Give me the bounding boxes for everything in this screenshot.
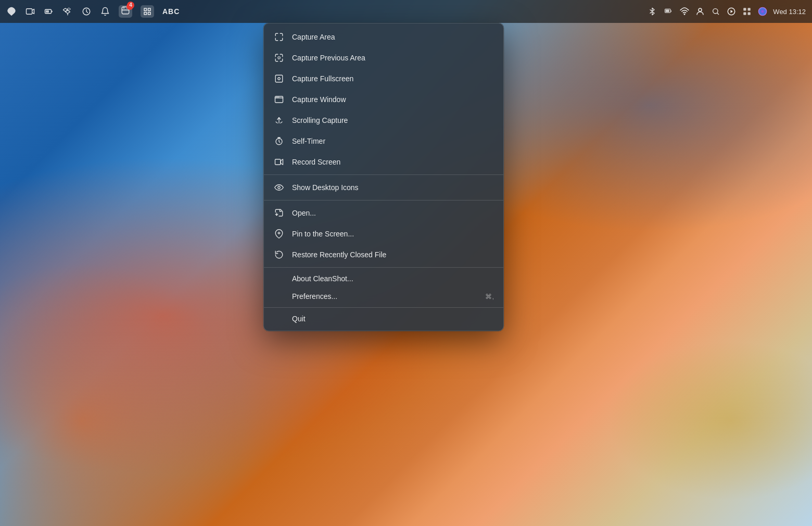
menubar-left: 4 ABC [6, 5, 180, 18]
eye-icon [273, 182, 285, 193]
menu-item-capture-window-label: Capture Window [292, 95, 494, 104]
menu-item-capture-window[interactable]: Capture Window [264, 89, 503, 110]
menu-item-preferences-label: Preferences... [292, 292, 478, 300]
siri-icon[interactable] [757, 5, 768, 18]
cleanshot-dropdown-menu: Capture Area Capture Previous Area Captu… [263, 23, 504, 331]
fox-logo-icon[interactable] [6, 5, 17, 18]
svg-point-24 [278, 186, 281, 189]
svg-point-19 [276, 97, 277, 98]
svg-rect-14 [748, 12, 751, 15]
menu-item-open[interactable]: Open... [264, 203, 503, 223]
restore-icon [273, 249, 285, 260]
screentime-icon[interactable] [81, 5, 92, 18]
cleanshot-active-icon[interactable]: 4 [119, 5, 132, 18]
separator-4 [264, 307, 503, 308]
svg-point-17 [278, 78, 281, 80]
menu-item-capture-area[interactable]: Capture Area [264, 27, 503, 47]
svg-point-15 [758, 7, 767, 16]
menu-item-show-desktop-icons[interactable]: Show Desktop Icons [264, 177, 503, 198]
wifi-icon[interactable] [679, 5, 690, 18]
svg-rect-0 [27, 9, 32, 15]
svg-rect-4 [122, 7, 129, 14]
svg-point-7 [684, 14, 686, 15]
datetime-display: Wed 13:12 [773, 5, 806, 18]
control-center-icon[interactable] [742, 5, 752, 18]
spotlight-icon[interactable] [710, 5, 721, 18]
menu-item-self-timer-label: Self-Timer [292, 137, 494, 145]
battery-app-icon[interactable] [44, 5, 54, 18]
battery-status-icon[interactable] [663, 5, 674, 18]
menubar: 4 ABC [0, 0, 812, 23]
capture-fullscreen-icon [273, 73, 285, 84]
menu-item-record-screen-label: Record Screen [292, 158, 494, 166]
menu-item-quit[interactable]: Quit [264, 310, 503, 328]
dropbox-icon[interactable] [62, 5, 73, 18]
menu-item-record-screen[interactable]: Record Screen [264, 152, 503, 172]
menu-item-capture-fullscreen[interactable]: Capture Fullscreen [264, 68, 503, 89]
menu-item-self-timer[interactable]: Self-Timer [264, 131, 503, 152]
menu-item-capture-previous-label: Capture Previous Area [292, 54, 494, 62]
menu-item-about[interactable]: About CleanShot... [264, 270, 503, 287]
capture-previous-icon [273, 52, 285, 64]
separator-1 [264, 174, 503, 175]
menu-item-pin-screen[interactable]: Pin to the Screen... [264, 223, 503, 244]
menu-item-capture-previous[interactable]: Capture Previous Area [264, 47, 503, 68]
menu-item-open-label: Open... [292, 209, 494, 217]
notification-badge: 4 [126, 3, 133, 10]
menu-item-restore[interactable]: Restore Recently Closed File [264, 244, 503, 265]
datetime-text: Wed 13:12 [773, 8, 806, 16]
open-icon [273, 207, 285, 219]
menu-item-about-label: About CleanShot... [292, 274, 494, 283]
record-screen-icon [273, 156, 285, 168]
svg-rect-2 [46, 10, 49, 13]
capture-area-icon [273, 31, 285, 43]
menu-item-quit-label: Quit [292, 315, 494, 323]
user-icon[interactable] [695, 5, 705, 18]
svg-rect-12 [748, 8, 751, 10]
menu-item-capture-area-label: Capture Area [292, 33, 494, 41]
separator-3 [264, 267, 503, 268]
facetime-icon[interactable] [25, 5, 35, 18]
svg-point-20 [277, 97, 278, 98]
svg-rect-6 [666, 10, 669, 12]
menu-item-pin-label: Pin to the Screen... [292, 230, 494, 238]
svg-rect-23 [275, 159, 281, 165]
svg-point-21 [278, 97, 280, 98]
notification-icon[interactable] [100, 5, 110, 18]
capture-window-icon [273, 94, 285, 105]
self-timer-icon [273, 135, 285, 147]
menu-item-scrolling-capture[interactable]: Scrolling Capture [264, 110, 503, 131]
media-play-icon[interactable] [726, 5, 737, 18]
menu-item-restore-label: Restore Recently Closed File [292, 251, 494, 259]
menu-item-preferences[interactable]: Preferences... ⌘, [264, 287, 503, 305]
svg-point-8 [699, 8, 702, 11]
svg-rect-13 [744, 12, 746, 15]
pin-icon [273, 228, 285, 240]
separator-2 [264, 200, 503, 201]
bluetooth-icon[interactable] [647, 5, 657, 18]
scrolling-capture-icon [273, 115, 285, 126]
menu-item-show-desktop-label: Show Desktop Icons [292, 183, 494, 192]
font-abc-icon[interactable]: ABC [162, 5, 180, 18]
cleanshot-icon[interactable] [141, 5, 154, 18]
menu-item-capture-fullscreen-label: Capture Fullscreen [292, 74, 494, 83]
menubar-right: Wed 13:12 [647, 5, 806, 18]
svg-rect-16 [275, 75, 283, 82]
menu-item-scrolling-capture-label: Scrolling Capture [292, 116, 494, 124]
menu-item-preferences-shortcut: ⌘, [485, 293, 494, 300]
svg-rect-11 [744, 8, 746, 10]
